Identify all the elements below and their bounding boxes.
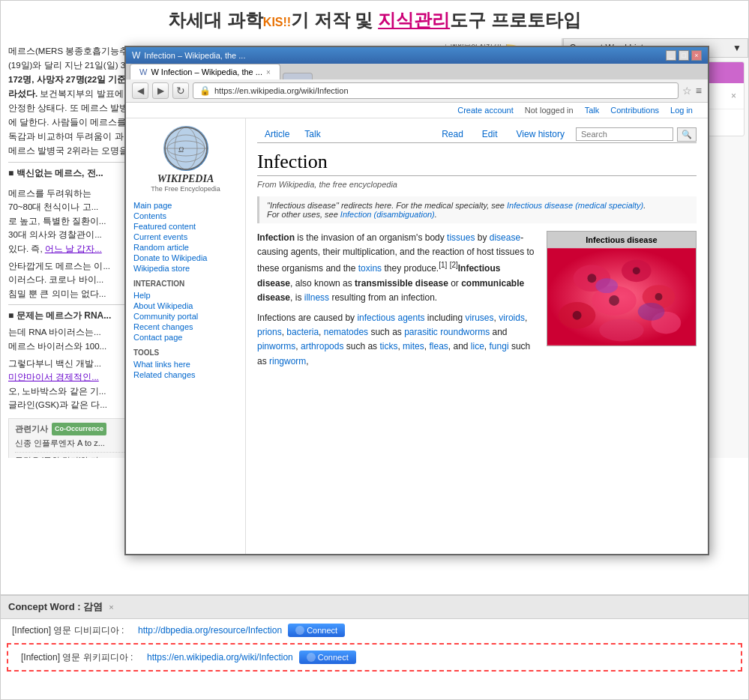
tools-label: Tools [133, 349, 238, 357]
tab-article[interactable]: Article [257, 126, 297, 142]
wiki-search-button[interactable]: 🔍 [677, 127, 697, 142]
infectious-disease-link[interactable]: Infectious disease (medical specialty) [507, 201, 643, 210]
nav-main-page[interactable]: Main page [133, 200, 238, 211]
infobox-title: Infectious disease [547, 232, 696, 248]
close-button[interactable]: × [691, 50, 702, 61]
window-title-bar: W Infection – Wikipedia, the ... _ □ × [126, 47, 708, 64]
svg-point-20 [595, 278, 618, 293]
login-link[interactable]: Log in [670, 106, 693, 115]
interaction-nav-section: Help About Wikipedia Community portal Re… [133, 290, 238, 343]
wiki-row-dashed-border: [Infection] 영문 위키피디아 : https://en.wikipe… [7, 643, 742, 672]
lice-link[interactable]: lice [471, 341, 484, 351]
infectious-agents-link[interactable]: infectious agents [357, 313, 424, 323]
nematodes-link[interactable]: nematodes [324, 327, 368, 337]
nav-contact[interactable]: Contact page [133, 332, 238, 343]
nav-help[interactable]: Help [133, 290, 238, 301]
wiki-main-content: Article Talk Read Edit View history 🔍 In… [246, 118, 708, 554]
contributions-link[interactable]: Contributions [610, 106, 659, 115]
dbpedia-connect-button[interactable]: Connect [288, 624, 345, 637]
dbpedia-url-link[interactable]: http://dbpedia.org/resource/Infection [138, 625, 282, 636]
remove-btn-1[interactable]: × [731, 91, 736, 101]
infobox-image-svg [547, 248, 696, 346]
pinworms-link[interactable]: pinworms [257, 341, 295, 351]
tab-close-icon[interactable]: × [266, 68, 271, 76]
svg-point-15 [587, 274, 596, 283]
back-button[interactable]: ◀ [132, 82, 148, 99]
fleas-link[interactable]: fleas [429, 341, 448, 351]
tab-label: W Infection – Wikipedia, the ... [151, 67, 262, 76]
minimize-button[interactable]: _ [666, 50, 676, 61]
refresh-button[interactable]: ↻ [172, 82, 189, 99]
viroids-link[interactable]: viroids [499, 313, 525, 323]
browser-tab-active[interactable]: W W Infection – Wikipedia, the ... × [130, 64, 280, 79]
wiki-search-input[interactable] [576, 127, 673, 141]
arthropods-link[interactable]: arthropods [301, 341, 343, 351]
nav-store[interactable]: Wikipedia store [133, 263, 238, 274]
maximize-button[interactable]: □ [679, 50, 689, 61]
wiki-connect-label: Connect [318, 653, 349, 662]
svg-point-21 [638, 303, 665, 321]
globe-svg: Ω [163, 126, 208, 171]
illness-link[interactable]: illness [304, 292, 329, 303]
address-bar[interactable]: 🔒 https://en.wikipedia.org/wiki/Infectio… [193, 82, 679, 99]
concept-word-bar-label: Concept Word : 감염 [8, 600, 103, 614]
fungi-link[interactable]: fungi [490, 341, 509, 351]
talk-link[interactable]: Talk [585, 106, 600, 115]
mites-link[interactable]: mites [403, 341, 424, 351]
article-tabs-right: Read Edit View history 🔍 [434, 126, 697, 142]
bacteria-link[interactable]: bacteria [286, 327, 319, 337]
wiki-logo-area: Ω WIKIPEDIA The Free Encyclopedia [133, 126, 238, 193]
svg-text:Ω: Ω [178, 145, 184, 154]
wiki-row: [Infection] 영문 위키피디아 : https://en.wikipe… [10, 646, 739, 669]
tissues-link[interactable]: tissues [447, 232, 475, 243]
tab-view-history[interactable]: View history [509, 126, 572, 142]
ticks-link[interactable]: ticks [379, 341, 397, 351]
title-knowledge: 지식관리 [378, 10, 450, 30]
nav-featured[interactable]: Featured content [133, 221, 238, 232]
nav-related-changes[interactable]: Related changes [133, 369, 238, 380]
infobox-image [547, 248, 696, 346]
browser-tab-inactive[interactable] [283, 73, 313, 79]
tab-favicon-icon: W [139, 67, 147, 76]
menu-icon[interactable]: ≡ [696, 85, 702, 97]
concept-word-close-btn[interactable]: × [109, 603, 113, 612]
article-subtitle: From Wikipedia, the free encyclopedia [257, 180, 697, 189]
prions-link[interactable]: prions [257, 327, 282, 337]
nav-random[interactable]: Random article [133, 242, 238, 253]
tab-edit[interactable]: Edit [475, 126, 505, 142]
nav-about[interactable]: About Wikipedia [133, 301, 238, 311]
disease-link[interactable]: disease [490, 232, 520, 243]
nav-current-events[interactable]: Current events [133, 232, 238, 242]
ringworm-link[interactable]: ringworm [269, 356, 306, 366]
tab-talk[interactable]: Talk [297, 126, 328, 142]
toxins-link[interactable]: toxins [358, 263, 382, 274]
wiki-infobox: Infectious disease [547, 231, 697, 346]
nav-contents[interactable]: Contents [133, 211, 238, 221]
forward-button[interactable]: ▶ [152, 82, 169, 99]
svg-point-17 [609, 295, 619, 306]
viruses-link[interactable]: viruses [466, 313, 494, 323]
underlined-text2: 미얀마이서 경제적인... [8, 372, 99, 381]
nav-donate[interactable]: Donate to Wikipedia [133, 253, 238, 263]
nav-what-links[interactable]: What links here [133, 359, 238, 369]
concept-word-bar: Concept Word : 감염 × [1, 596, 748, 619]
nav-bar: ◀ ▶ ↻ 🔒 https://en.wikipedia.org/wiki/In… [126, 79, 708, 103]
underlined-text: 어느 날 갑자... [45, 244, 102, 253]
nav-recent[interactable]: Recent changes [133, 322, 238, 332]
tab-read[interactable]: Read [434, 126, 471, 142]
wiki-connect-circle-icon [307, 653, 316, 662]
roundworms-link[interactable]: parasitic roundworms [404, 327, 490, 337]
nav-community[interactable]: Community portal [133, 311, 238, 322]
wiki-connect-button[interactable]: Connect [299, 651, 356, 664]
interaction-label: Interaction [133, 280, 238, 288]
create-account-link[interactable]: Create account [457, 106, 514, 115]
disambiguation-link[interactable]: Infection (disambiguation) [340, 210, 435, 219]
window-title-left: W Infection – Wikipedia, the ... [132, 50, 245, 61]
article-tabs: Article Talk Read Edit View history 🔍 [257, 126, 697, 143]
wiki-logo-text: WIKIPEDIA [133, 173, 238, 185]
article-title: Infection [257, 151, 697, 176]
window-favicon-icon: W [132, 50, 140, 61]
bookmark-icon[interactable]: ☆ [682, 85, 692, 97]
title-part3: 도구 프로토타입 [450, 10, 581, 30]
wiki-url-link[interactable]: https://en.wikipedia.org/wiki/Infection [147, 652, 293, 663]
